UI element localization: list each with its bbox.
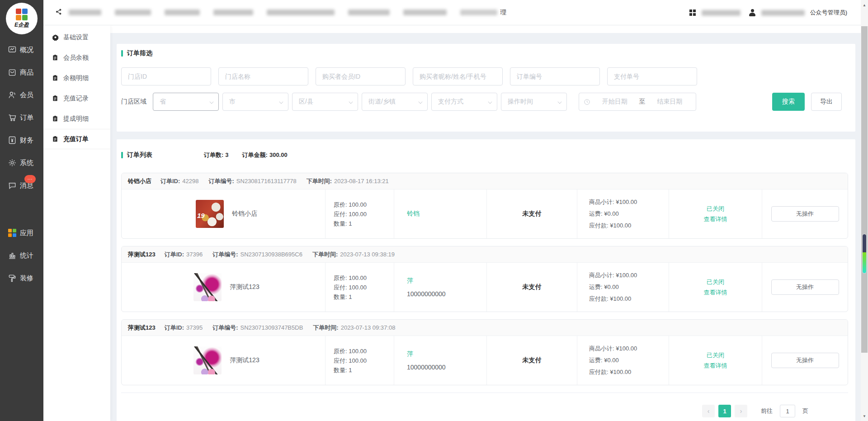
redacted-username [761, 10, 805, 16]
buyer-name: 铃铛 [407, 210, 486, 218]
order-list-panel: 订单列表 订单数:3 订单金额:300.00 铃铛小店 订单ID:42298 订… [117, 139, 855, 421]
goto-page-input[interactable] [780, 405, 795, 417]
date-separator: 至 [637, 98, 648, 106]
order-store-name: 萍测试123 [128, 251, 156, 259]
view-detail-link[interactable]: 查看详情 [704, 214, 727, 224]
finance-icon [8, 136, 17, 145]
main-content: 订单筛选 门店区域 省 市 区/县 街道/乡镇 支付方式 操作时间 [110, 25, 861, 421]
redacted-nav-item[interactable] [348, 9, 390, 15]
view-detail-link[interactable]: 查看详情 [704, 287, 727, 298]
sidebar-item-orders[interactable]: 订单 [0, 106, 43, 129]
clipboard-icon [52, 115, 59, 123]
payable-price: 应付: 100.00 [334, 283, 394, 292]
pay-method-select[interactable]: 支付方式 [431, 93, 497, 111]
submenu-item-commission-detail[interactable]: 提成明细 [43, 109, 110, 129]
sidebar-item-goods[interactable]: 商品 [0, 61, 43, 84]
redacted-nav-item[interactable] [460, 9, 497, 15]
chevron-down-icon [349, 99, 353, 104]
sidebar-item-decorate[interactable]: 装修 [0, 267, 43, 289]
sidebar-item-apps[interactable]: 应用 [0, 222, 43, 244]
buyer-member-id-input[interactable] [316, 67, 406, 85]
order-sn: 订单编号:SN2308171613117778 [209, 177, 297, 185]
order-card: 萍测试123 订单ID:37396 订单编号:SN2307130938B695C… [121, 246, 848, 312]
city-select[interactable]: 市 [222, 93, 288, 111]
district-select[interactable]: 区/县 [292, 93, 358, 111]
freight: 运费: ¥0.00 [589, 281, 669, 293]
app-root: E企盈 概况 商品 会员 订单 财务 [0, 0, 868, 421]
order-sn: 订单编号:SN2307130938B695C6 [212, 251, 302, 259]
chevron-down-icon [488, 99, 492, 104]
sidebar-item-members[interactable]: 会员 [0, 84, 43, 106]
date-range-picker[interactable]: 开始日期 至 结束日期 [579, 93, 696, 111]
freight: 运费: ¥0.00 [589, 208, 669, 220]
partial-nav-text: 理 [500, 9, 506, 17]
submenu-item-balance-detail[interactable]: 余额明细 [43, 68, 110, 88]
chevron-down-icon [279, 99, 283, 104]
export-button[interactable]: 导出 [811, 93, 842, 111]
redacted-nav-item[interactable] [267, 9, 335, 15]
bar-chart-icon [8, 251, 17, 260]
sidebar-item-system[interactable]: 系统 [0, 151, 43, 174]
primary-nav: 概况 商品 会员 订单 财务 系统 [0, 38, 43, 197]
redacted-nav-item[interactable] [115, 9, 151, 15]
view-detail-link[interactable]: 查看详情 [704, 360, 727, 371]
order-sn-input[interactable] [510, 67, 600, 85]
scrollbar-marker [862, 234, 867, 274]
user-avatar-icon[interactable] [749, 9, 756, 16]
filter-title: 订单筛选 [121, 49, 848, 57]
submenu-item-recharge-record[interactable]: 充值记录 [43, 88, 110, 109]
redacted-nav-item[interactable] [165, 9, 200, 15]
prev-page-button[interactable]: ‹ [702, 405, 715, 417]
street-select[interactable]: 街道/乡镇 [362, 93, 428, 111]
payment-sn-input[interactable] [607, 67, 697, 85]
quantity: 数量: 1 [334, 292, 394, 302]
chevron-down-icon [209, 99, 213, 104]
submenu-item-basic-settings[interactable]: 基础设置 [43, 27, 110, 47]
sidebar-item-messages[interactable]: 消息 ... [0, 174, 43, 197]
store-id-input[interactable] [121, 67, 211, 85]
original-price: 原价: 100.00 [334, 200, 394, 209]
scrollbar[interactable]: ▲ ▼ [861, 0, 868, 421]
share-icon[interactable] [55, 8, 62, 17]
scroll-down-arrow[interactable]: ▼ [861, 413, 868, 419]
order-card-body: 萍测试123 原价: 100.00 应付: 100.00 数量: 1 萍 100… [122, 336, 848, 385]
order-list-header: 订单列表 订单数:3 订单金额:300.00 [121, 151, 848, 159]
original-price: 原价: 100.00 [334, 273, 394, 283]
topbar-right: 公众号管理员) [689, 0, 847, 25]
operate-time-select[interactable]: 操作时间 [501, 93, 567, 111]
scrollbar-thumb[interactable] [861, 26, 868, 353]
title-accent-bar [121, 50, 123, 57]
next-page-button[interactable]: › [735, 405, 747, 417]
chevron-down-icon [418, 99, 422, 104]
no-action-button[interactable]: 无操作 [771, 279, 839, 295]
quantity: 数量: 1 [334, 219, 394, 228]
product-name: 铃铛小店 [232, 210, 257, 218]
province-select[interactable]: 省 [153, 93, 219, 111]
scroll-up-arrow[interactable]: ▲ [861, 2, 868, 8]
chat-icon [8, 181, 17, 190]
submenu-item-recharge-orders[interactable]: 充值订单 [43, 129, 110, 149]
brand-name: E企盈 [14, 21, 29, 29]
divider [121, 393, 848, 393]
redacted-nav-item[interactable] [403, 9, 447, 15]
order-list: 铃铛小店 订单ID:42298 订单编号:SN2308171613117778 … [121, 173, 848, 385]
sidebar-item-finance[interactable]: 财务 [0, 129, 43, 151]
amount-cell: 商品小计: ¥100.00 运费: ¥0.00 应付款: ¥100.00 [577, 336, 669, 385]
product-image: 19 [196, 200, 224, 228]
no-action-button[interactable]: 无操作 [771, 353, 839, 368]
apps-launcher-icon[interactable] [689, 9, 696, 16]
page-1-button[interactable]: 1 [718, 405, 731, 417]
sidebar-item-stats[interactable]: 统计 [0, 244, 43, 267]
buyer-name-phone-input[interactable] [413, 67, 503, 85]
search-button[interactable]: 搜索 [772, 93, 805, 111]
pay-status-cell: 未支付 [486, 336, 577, 385]
amount-payable: 应付款: ¥100.00 [589, 293, 669, 305]
redacted-nav-item[interactable] [213, 9, 253, 15]
no-action-button[interactable]: 无操作 [771, 206, 839, 222]
store-name-input[interactable] [218, 67, 308, 85]
sidebar-item-overview[interactable]: 概况 [0, 38, 43, 61]
submenu-item-member-balance[interactable]: 会员余额 [43, 47, 110, 68]
redacted-nav-item[interactable] [69, 9, 101, 15]
pay-status: 未支付 [523, 356, 542, 364]
apps-icon [8, 228, 17, 237]
